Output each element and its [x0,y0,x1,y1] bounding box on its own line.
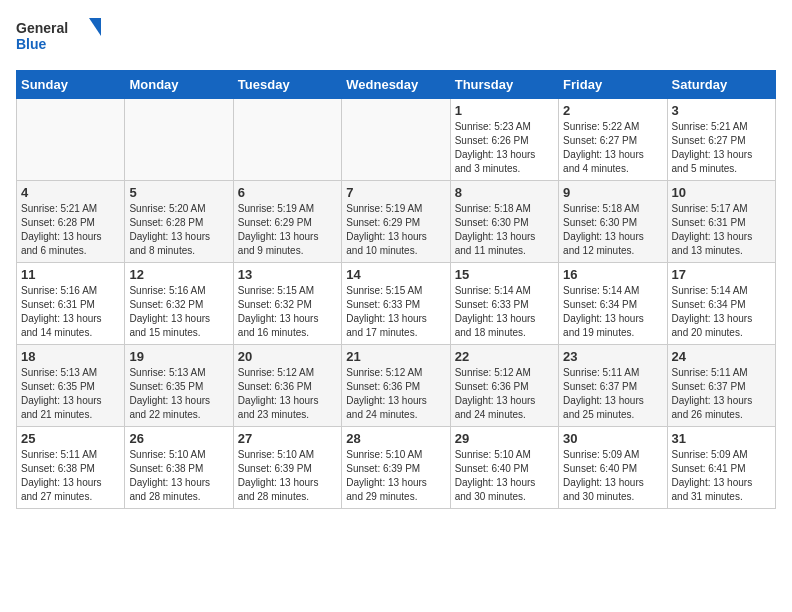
calendar-cell: 23Sunrise: 5:11 AM Sunset: 6:37 PM Dayli… [559,344,667,426]
day-number: 12 [129,267,228,282]
svg-text:General: General [16,20,68,36]
day-number: 10 [672,185,771,200]
day-info: Sunrise: 5:11 AM Sunset: 6:37 PM Dayligh… [672,366,771,422]
day-info: Sunrise: 5:10 AM Sunset: 6:40 PM Dayligh… [455,448,554,504]
day-number: 11 [21,267,120,282]
calendar-cell: 30Sunrise: 5:09 AM Sunset: 6:40 PM Dayli… [559,426,667,508]
svg-text:Blue: Blue [16,36,47,52]
svg-marker-2 [89,18,101,36]
day-info: Sunrise: 5:13 AM Sunset: 6:35 PM Dayligh… [21,366,120,422]
calendar-cell: 14Sunrise: 5:15 AM Sunset: 6:33 PM Dayli… [342,262,450,344]
day-number: 14 [346,267,445,282]
day-info: Sunrise: 5:14 AM Sunset: 6:34 PM Dayligh… [672,284,771,340]
calendar-week-row: 4Sunrise: 5:21 AM Sunset: 6:28 PM Daylig… [17,180,776,262]
calendar-cell: 2Sunrise: 5:22 AM Sunset: 6:27 PM Daylig… [559,98,667,180]
calendar-cell [125,98,233,180]
day-info: Sunrise: 5:15 AM Sunset: 6:33 PM Dayligh… [346,284,445,340]
day-info: Sunrise: 5:13 AM Sunset: 6:35 PM Dayligh… [129,366,228,422]
weekday-header-row: SundayMondayTuesdayWednesdayThursdayFrid… [17,70,776,98]
day-info: Sunrise: 5:20 AM Sunset: 6:28 PM Dayligh… [129,202,228,258]
calendar-cell: 29Sunrise: 5:10 AM Sunset: 6:40 PM Dayli… [450,426,558,508]
calendar-cell: 10Sunrise: 5:17 AM Sunset: 6:31 PM Dayli… [667,180,775,262]
calendar-cell [233,98,341,180]
calendar-cell: 3Sunrise: 5:21 AM Sunset: 6:27 PM Daylig… [667,98,775,180]
day-number: 19 [129,349,228,364]
calendar-week-row: 25Sunrise: 5:11 AM Sunset: 6:38 PM Dayli… [17,426,776,508]
header: General Blue [16,16,776,60]
day-number: 16 [563,267,662,282]
day-number: 2 [563,103,662,118]
calendar-cell: 28Sunrise: 5:10 AM Sunset: 6:39 PM Dayli… [342,426,450,508]
day-info: Sunrise: 5:19 AM Sunset: 6:29 PM Dayligh… [346,202,445,258]
calendar-cell: 21Sunrise: 5:12 AM Sunset: 6:36 PM Dayli… [342,344,450,426]
logo-text-block: General Blue [16,16,106,60]
calendar-cell: 16Sunrise: 5:14 AM Sunset: 6:34 PM Dayli… [559,262,667,344]
calendar-table: SundayMondayTuesdayWednesdayThursdayFrid… [16,70,776,509]
day-info: Sunrise: 5:17 AM Sunset: 6:31 PM Dayligh… [672,202,771,258]
day-number: 18 [21,349,120,364]
calendar-cell: 26Sunrise: 5:10 AM Sunset: 6:38 PM Dayli… [125,426,233,508]
calendar-cell: 19Sunrise: 5:13 AM Sunset: 6:35 PM Dayli… [125,344,233,426]
day-info: Sunrise: 5:10 AM Sunset: 6:39 PM Dayligh… [238,448,337,504]
day-info: Sunrise: 5:12 AM Sunset: 6:36 PM Dayligh… [238,366,337,422]
calendar-cell: 13Sunrise: 5:15 AM Sunset: 6:32 PM Dayli… [233,262,341,344]
day-info: Sunrise: 5:12 AM Sunset: 6:36 PM Dayligh… [346,366,445,422]
day-info: Sunrise: 5:09 AM Sunset: 6:40 PM Dayligh… [563,448,662,504]
calendar-cell: 11Sunrise: 5:16 AM Sunset: 6:31 PM Dayli… [17,262,125,344]
calendar-week-row: 18Sunrise: 5:13 AM Sunset: 6:35 PM Dayli… [17,344,776,426]
day-number: 29 [455,431,554,446]
calendar-cell: 24Sunrise: 5:11 AM Sunset: 6:37 PM Dayli… [667,344,775,426]
day-number: 25 [21,431,120,446]
calendar-cell: 8Sunrise: 5:18 AM Sunset: 6:30 PM Daylig… [450,180,558,262]
weekday-header: Monday [125,70,233,98]
day-number: 28 [346,431,445,446]
calendar-cell: 17Sunrise: 5:14 AM Sunset: 6:34 PM Dayli… [667,262,775,344]
calendar-cell: 12Sunrise: 5:16 AM Sunset: 6:32 PM Dayli… [125,262,233,344]
calendar-cell: 18Sunrise: 5:13 AM Sunset: 6:35 PM Dayli… [17,344,125,426]
calendar-cell: 9Sunrise: 5:18 AM Sunset: 6:30 PM Daylig… [559,180,667,262]
weekday-header: Saturday [667,70,775,98]
calendar-cell: 27Sunrise: 5:10 AM Sunset: 6:39 PM Dayli… [233,426,341,508]
day-info: Sunrise: 5:19 AM Sunset: 6:29 PM Dayligh… [238,202,337,258]
calendar-cell: 20Sunrise: 5:12 AM Sunset: 6:36 PM Dayli… [233,344,341,426]
day-number: 23 [563,349,662,364]
day-number: 30 [563,431,662,446]
day-number: 9 [563,185,662,200]
day-info: Sunrise: 5:15 AM Sunset: 6:32 PM Dayligh… [238,284,337,340]
day-number: 1 [455,103,554,118]
day-number: 5 [129,185,228,200]
day-info: Sunrise: 5:14 AM Sunset: 6:34 PM Dayligh… [563,284,662,340]
day-number: 24 [672,349,771,364]
day-info: Sunrise: 5:16 AM Sunset: 6:32 PM Dayligh… [129,284,228,340]
day-info: Sunrise: 5:12 AM Sunset: 6:36 PM Dayligh… [455,366,554,422]
day-number: 26 [129,431,228,446]
day-number: 4 [21,185,120,200]
weekday-header: Sunday [17,70,125,98]
day-info: Sunrise: 5:16 AM Sunset: 6:31 PM Dayligh… [21,284,120,340]
calendar-week-row: 11Sunrise: 5:16 AM Sunset: 6:31 PM Dayli… [17,262,776,344]
logo: General Blue [16,16,106,60]
day-number: 22 [455,349,554,364]
day-number: 17 [672,267,771,282]
calendar-cell: 5Sunrise: 5:20 AM Sunset: 6:28 PM Daylig… [125,180,233,262]
calendar-cell: 7Sunrise: 5:19 AM Sunset: 6:29 PM Daylig… [342,180,450,262]
day-number: 6 [238,185,337,200]
day-info: Sunrise: 5:11 AM Sunset: 6:37 PM Dayligh… [563,366,662,422]
day-info: Sunrise: 5:10 AM Sunset: 6:38 PM Dayligh… [129,448,228,504]
day-info: Sunrise: 5:22 AM Sunset: 6:27 PM Dayligh… [563,120,662,176]
weekday-header: Wednesday [342,70,450,98]
day-info: Sunrise: 5:21 AM Sunset: 6:28 PM Dayligh… [21,202,120,258]
calendar-cell: 15Sunrise: 5:14 AM Sunset: 6:33 PM Dayli… [450,262,558,344]
day-number: 31 [672,431,771,446]
calendar-cell [342,98,450,180]
day-number: 20 [238,349,337,364]
day-number: 3 [672,103,771,118]
calendar-cell [17,98,125,180]
day-info: Sunrise: 5:18 AM Sunset: 6:30 PM Dayligh… [455,202,554,258]
weekday-header: Tuesday [233,70,341,98]
day-info: Sunrise: 5:09 AM Sunset: 6:41 PM Dayligh… [672,448,771,504]
calendar-week-row: 1Sunrise: 5:23 AM Sunset: 6:26 PM Daylig… [17,98,776,180]
day-info: Sunrise: 5:10 AM Sunset: 6:39 PM Dayligh… [346,448,445,504]
day-number: 27 [238,431,337,446]
day-info: Sunrise: 5:11 AM Sunset: 6:38 PM Dayligh… [21,448,120,504]
